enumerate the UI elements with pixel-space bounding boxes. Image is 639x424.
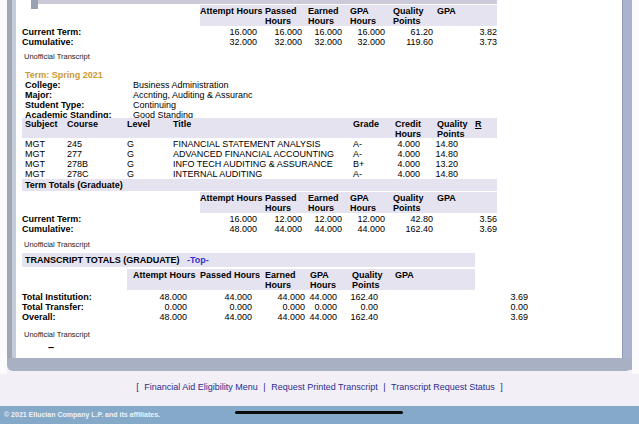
row-label: Total Institution: [22,292,127,302]
unofficial-transcript-label: Unofficial Transcript [24,330,90,339]
cell-quality-points: 14.80 [423,139,461,149]
cell-level: G [127,139,173,149]
cell-attempt-hours: 0.000 [127,302,187,312]
cell-quality-points: 13.20 [423,159,461,169]
right-gutter [632,0,639,374]
link-separator: | [263,382,265,392]
top-anchor-link[interactable]: -Top- [187,255,209,265]
table-row: Cumulative: 48.000 44.000 44.000 44.000 … [22,224,519,234]
cell-gpa: 3.56 [433,214,497,224]
cell-gpa-hours: 16.000 [342,27,385,37]
cell-credit-hours: 4.000 [393,149,423,159]
cell-earned-hours: 32.000 [302,37,342,47]
cell-attempt-hours: 48.000 [127,312,187,322]
col-header-attempt-hours: Attempt Hours [200,7,263,17]
panel-bottom-frame [7,358,632,371]
transcript-totals-title: TRANSCRIPT TOTALS (GRADUATE) [25,255,180,265]
col-header-quality-points: Quality Points [393,194,433,213]
cell-gpa: 0.00 [378,302,528,312]
transcript-request-status-link[interactable]: Transcript Request Status [391,382,495,392]
cell-passed-hours: 44.000 [187,312,252,322]
cell-course: 278C [67,169,127,179]
cell-passed-hours: 44.000 [187,292,252,302]
row-label: Overall: [22,312,127,322]
cell-credit-hours: 4.000 [393,169,423,179]
cell-course: 278B [67,159,127,169]
col-header-attempt-hours: Attempt Hours [133,271,196,281]
cell-subject: MGT [25,139,67,149]
cell-gpa: 3.69 [433,224,497,234]
col-header-quality-points: Quality Points [393,7,433,26]
cell-gpa: 3.69 [378,312,528,322]
cell-level: G [127,149,173,159]
table-row: Total Transfer: 0.000 0.000 0.000 0.000 … [22,302,528,312]
unofficial-transcript-label: Unofficial Transcript [24,52,90,61]
cell-quality-points: 0.00 [337,302,378,312]
cell-earned-hours: 12.000 [302,214,342,224]
cell-gpa: 3.73 [433,37,497,47]
col-header-quality-points: Quality Points [437,120,477,139]
cell-quality-points: 42.80 [385,214,433,224]
col-header-gpa-hours: GPA Hours [350,194,380,213]
cell-level: G [127,169,173,179]
row-label: Total Transfer: [22,302,127,312]
student-type-label: Student Type: [25,100,84,110]
course-row: MGT 278C G INTERNAL AUDITING A- 4.000 14… [22,169,497,179]
cell-quality-points: 14.80 [423,149,461,159]
cell-passed-hours: 0.000 [187,302,252,312]
major-label: Major: [25,90,52,100]
major-value: Accnting, Auditing & Assuranc [133,90,253,100]
cell-quality-points: 162.40 [337,312,378,322]
cell-level: G [127,159,173,169]
cell-passed-hours: 12.000 [257,214,302,224]
footer-bar: © 2021 Ellucian Company L.P. and its aff… [0,406,639,424]
cell-subject: MGT [25,169,67,179]
bracket-open: [ [136,382,139,392]
cell-grade: A- [353,139,393,149]
clipped-band-above [37,0,497,4]
course-row: MGT 277 G ADVANCED FINANCIAL ACCOUNTING … [22,149,497,159]
cell-earned-hours: 0.000 [252,302,305,312]
cell-attempt-hours: 16.000 [200,27,257,37]
col-header-repeat-link[interactable]: R [475,120,482,130]
cell-attempt-hours: 32.000 [200,37,257,47]
cell-gpa-hours: 0.000 [305,302,337,312]
col-header-earned-hours: Earned Hours [265,271,301,290]
cell-earned-hours: 16.000 [302,27,342,37]
row-label: Cumulative: [22,224,200,234]
cell-gpa: 3.82 [433,27,497,37]
unofficial-transcript-label: Unofficial Transcript [24,240,90,249]
term-heading: Term: Spring 2021 [25,70,103,80]
financial-aid-eligibility-link[interactable]: Financial Aid Eligibility Menu [144,382,258,392]
row-label: Current Term: [22,27,200,37]
bracket-close: ] [500,382,503,392]
col-header-gpa: GPA [437,194,456,204]
left-gutter [0,0,7,374]
cell-earned-hours: 44.000 [252,292,305,302]
request-printed-transcript-link[interactable]: Request Printed Transcript [271,382,378,392]
cell-passed-hours: 32.000 [257,37,302,47]
col-header-earned-hours: Earned Hours [308,194,344,213]
cell-gpa-hours: 44.000 [305,312,337,322]
cell-grade: A- [353,149,393,159]
table-row: Total Institution: 48.000 44.000 44.000 … [22,292,528,302]
col-header-quality-points: Quality Points [352,271,394,290]
col-header-gpa: GPA [395,271,414,281]
table-row: Current Term: 16.000 16.000 16.000 16.00… [22,27,519,37]
course-row: MGT 245 G FINANCIAL STATEMENT ANALYSIS A… [22,139,497,149]
col-header-course: Course [67,120,98,130]
transcript-page: Attempt Hours Passed Hours Earned Hours … [0,0,639,424]
cell-quality-points: 162.40 [385,224,433,234]
cell-quality-points: 162.40 [337,292,378,302]
college-value: Business Administration [133,80,229,90]
cell-gpa-hours: 44.000 [342,224,385,234]
cell-quality-points: 119.60 [385,37,433,47]
term-totals-title: Term Totals (Graduate) [25,180,123,190]
cell-title: INTERNAL AUDITING [173,169,353,179]
table-row: Cumulative: 32.000 32.000 32.000 32.000 … [22,37,519,47]
table-row: Overall: 48.000 44.000 44.000 44.000 162… [22,312,528,322]
horizontal-scrollbar-thumb[interactable] [235,411,403,414]
cell-earned-hours: 44.000 [302,224,342,234]
college-label: College: [25,80,61,90]
cell-credit-hours: 4.000 [393,159,423,169]
